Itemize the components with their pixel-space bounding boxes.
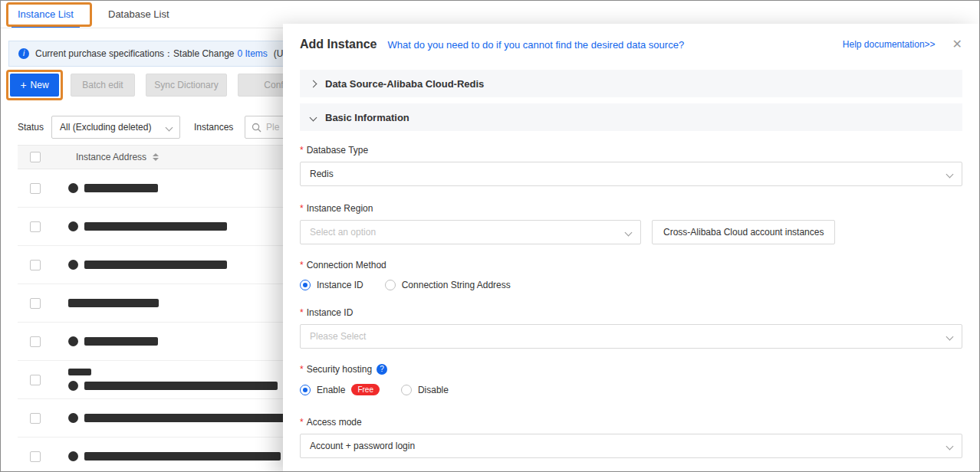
chevron-down-icon <box>625 228 633 236</box>
security-hosting-radio-group: Enable Free Disable <box>300 384 962 395</box>
new-button[interactable]: + New <box>10 74 59 97</box>
tab-database-list-label: Database List <box>108 8 169 20</box>
instance-icon <box>68 451 78 461</box>
connection-method-radio-instance-id[interactable]: Instance ID <box>300 280 363 290</box>
instance-region-row: Select an option Cross-Alibaba Cloud acc… <box>300 220 962 244</box>
radio-selected-icon[interactable] <box>300 280 311 290</box>
security-hosting-radio-enable[interactable]: Enable Free <box>300 384 380 395</box>
connection-method-label: * Connection Method <box>300 260 962 270</box>
redacted-instance-address <box>84 184 158 192</box>
row-checkbox[interactable] <box>30 221 41 232</box>
active-tab-underline <box>12 25 80 28</box>
connection-method-radio-connection-string[interactable]: Connection String Address <box>385 280 511 290</box>
instance-id-placeholder: Please Select <box>310 331 366 342</box>
tab-instance-list[interactable]: Instance List <box>18 1 74 28</box>
select-all-checkbox[interactable] <box>30 152 41 162</box>
database-type-label: * Database Type <box>300 145 962 156</box>
add-instance-form: * Database Type Redis * Instance Region … <box>283 145 979 458</box>
new-button-label: New <box>31 80 49 90</box>
add-instance-modal: Add Instance What do you need to do if y… <box>283 24 979 471</box>
row-checkbox[interactable] <box>30 375 41 385</box>
chevron-down-icon <box>310 113 317 121</box>
instance-icon <box>68 221 78 231</box>
required-mark: * <box>300 203 304 214</box>
row-checkbox[interactable] <box>30 451 41 462</box>
help-documentation-link[interactable]: Help documentation>> <box>843 39 936 50</box>
row-checkbox[interactable] <box>30 298 41 309</box>
access-mode-select[interactable]: Account + password login <box>300 434 962 458</box>
database-type-value: Redis <box>310 169 334 179</box>
chevron-down-icon <box>946 333 954 340</box>
close-icon[interactable]: ✕ <box>952 38 962 51</box>
database-type-label-text: Database Type <box>307 145 369 156</box>
row-checkbox[interactable] <box>30 413 41 424</box>
radio-selected-icon[interactable] <box>300 385 311 395</box>
modal-header: Add Instance What do you need to do if y… <box>283 24 979 61</box>
info-bar-prefix: Current purchase specifications：Stable C… <box>35 48 234 61</box>
required-mark: * <box>300 260 304 270</box>
info-bar-count: 0 Items <box>237 48 267 59</box>
instance-id-label: * Instance ID <box>300 307 962 318</box>
radio-label: Disable <box>418 385 449 395</box>
radio-unselected-icon[interactable] <box>401 385 412 395</box>
instances-filter-label: Instances <box>194 116 233 139</box>
database-type-select[interactable]: Redis <box>300 162 962 186</box>
section-datasource-label: Data Source-Alibaba Cloud-Redis <box>325 78 484 90</box>
section-datasource-header[interactable]: Data Source-Alibaba Cloud-Redis <box>300 70 962 97</box>
section-basic-information-header[interactable]: Basic Information <box>300 103 962 131</box>
row-checkbox[interactable] <box>30 336 41 347</box>
instance-region-label-text: Instance Region <box>307 203 373 214</box>
section-basic-information-label: Basic Information <box>325 112 409 123</box>
instance-id-select[interactable]: Please Select <box>300 324 962 349</box>
required-mark: * <box>300 364 304 375</box>
chevron-right-icon <box>310 80 317 87</box>
redacted-instance-address <box>84 382 278 390</box>
sort-icon[interactable] <box>153 153 159 161</box>
instance-icon <box>68 183 78 193</box>
instance-icon <box>68 260 78 270</box>
status-filter-value: All (Excluding deleted) <box>60 122 151 133</box>
tab-database-list[interactable]: Database List <box>108 1 169 28</box>
sync-dictionary-button[interactable]: Sync Dictionary <box>146 74 227 97</box>
instance-icon <box>68 336 78 346</box>
required-mark: * <box>300 145 304 156</box>
instance-id-label-text: Instance ID <box>307 307 354 318</box>
info-icon: i <box>18 48 29 59</box>
security-hosting-label-text: Security hosting <box>307 364 372 375</box>
redacted-instance-address <box>84 261 227 269</box>
redacted-instance-address <box>84 452 281 461</box>
redacted-instance-address <box>84 337 158 346</box>
instance-icon <box>68 413 78 423</box>
plus-icon: + <box>20 80 26 90</box>
access-mode-label-text: Access mode <box>307 417 362 428</box>
chevron-down-icon <box>946 170 954 178</box>
connection-method-radio-group: Instance ID Connection String Address <box>300 280 962 290</box>
radio-unselected-icon[interactable] <box>385 280 396 290</box>
radio-label: Instance ID <box>317 280 363 290</box>
batch-edit-button[interactable]: Batch edit <box>71 74 135 97</box>
modal-title: Add Instance <box>300 38 377 51</box>
cannot-find-datasource-link[interactable]: What do you need to do if you cannot fin… <box>387 39 684 51</box>
redacted-instance-address <box>84 222 227 231</box>
access-mode-value: Account + password login <box>310 441 415 451</box>
status-filter-dropdown[interactable]: All (Excluding deleted) <box>51 116 180 139</box>
free-badge: Free <box>351 384 380 395</box>
row-checkbox[interactable] <box>30 260 41 270</box>
instance-region-select[interactable]: Select an option <box>300 220 641 244</box>
security-hosting-help-icon[interactable]: ? <box>377 364 387 375</box>
row-checkbox[interactable] <box>30 183 41 194</box>
instance-region-placeholder: Select an option <box>310 227 376 238</box>
screen: Instance List Database List i Current pu… <box>0 0 980 472</box>
security-hosting-radio-disable[interactable]: Disable <box>401 385 449 395</box>
cross-account-instances-button[interactable]: Cross-Alibaba Cloud account instances <box>652 220 835 244</box>
access-mode-label: * Access mode <box>300 417 962 428</box>
redacted-instance-address <box>68 369 91 375</box>
instance-icon <box>68 381 78 391</box>
required-mark: * <box>300 307 304 318</box>
chevron-down-icon <box>946 442 954 450</box>
radio-label: Connection String Address <box>402 280 511 290</box>
redacted-instance-address <box>84 414 299 422</box>
redacted-instance-address <box>68 299 159 307</box>
security-hosting-label: * Security hosting ? <box>300 364 962 375</box>
radio-label: Enable <box>317 385 345 395</box>
